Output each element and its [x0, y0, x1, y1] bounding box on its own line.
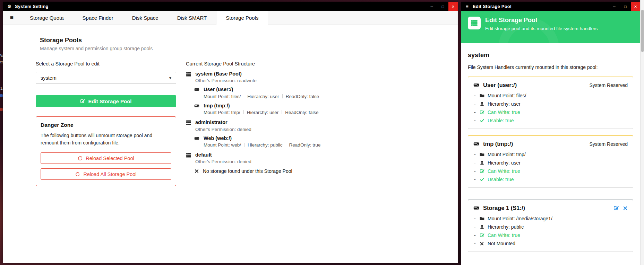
handler-name: tmp (tmp:/)	[483, 141, 513, 147]
handler-row-mount: Mount Point: tmp/	[473, 152, 628, 157]
storage-detail: Mount Point: tmp/Hierarchy: userReadOnly…	[204, 110, 318, 115]
server-icon	[186, 152, 192, 164]
hdd-icon	[473, 82, 480, 88]
row-text: Usable: true	[488, 177, 514, 182]
row-text: Can Write: true	[488, 232, 520, 238]
banner-title: Edit Storage Pool	[485, 17, 598, 24]
system-reserved-badge: System Reserved	[590, 141, 628, 147]
pool-item-system: system (Base Pool) Other's Permission: r…	[186, 71, 447, 115]
handler-row-hierarchy: Hierarchy: user	[473, 101, 628, 107]
row-text: Hierarchy: public	[488, 224, 524, 230]
edit-icon	[480, 169, 488, 174]
pool-item-administrator: administrator Other's Permission: denied…	[186, 120, 447, 148]
storage-mount: Mount Point: files/	[204, 94, 241, 99]
system-reserved-badge: System Reserved	[590, 82, 628, 88]
page-subtitle: Manage system and permission group stora…	[40, 46, 447, 51]
handler-row-hierarchy: Hierarchy: public	[473, 224, 628, 230]
reload-selected-pool-button[interactable]: Reload Selected Pool	[41, 152, 171, 164]
storage-item-user: User (user:/) Mount Point: files/Hierarc…	[194, 87, 447, 99]
storage-hierarchy: Hierarchy: user	[247, 110, 279, 115]
edit-pool-banner: Edit Storage Pool Edit storage pool and …	[461, 11, 640, 43]
hamburger-icon: ≡	[464, 4, 470, 9]
maximize-button[interactable]: □	[620, 2, 631, 11]
scrollbar-thumb[interactable]	[641, 10, 644, 52]
tab-label: Storage Pools	[226, 15, 258, 21]
hdd-icon	[194, 135, 200, 148]
minimize-button[interactable]: –	[609, 2, 620, 11]
pool-select[interactable]: system ▾	[36, 72, 176, 84]
check-icon	[480, 118, 488, 123]
minimize-button[interactable]: –	[426, 2, 437, 11]
storage-detail: Mount Point: files/Hierarchy: userReadOn…	[204, 94, 319, 99]
caret-down-icon: ▾	[169, 76, 171, 80]
handler-card-storage1: Storage 1 (S1:/) Mount Point: /media/sto…	[468, 200, 633, 252]
tab-storage-pools[interactable]: Storage Pools	[216, 11, 268, 25]
pool-name: administrator	[195, 120, 251, 125]
tab-disk-smart[interactable]: Disk SMART	[168, 11, 216, 25]
edit-icon	[480, 110, 488, 115]
storage-item-tmp: tmp (tmp:/) Mount Point: tmp/Hierarchy: …	[194, 103, 447, 115]
close-button[interactable]: ×	[631, 2, 640, 11]
reload-selected-label: Reload Selected Pool	[86, 156, 134, 161]
divider	[286, 143, 286, 147]
handler-name: User (user:/)	[483, 82, 517, 88]
tab-storage-quota[interactable]: Storage Quota	[20, 11, 73, 25]
minimize-icon: –	[613, 4, 615, 9]
maximize-button[interactable]: □	[437, 2, 448, 11]
pool-permission: Other's Permission: denied	[195, 159, 251, 164]
x-mark-icon	[194, 169, 199, 174]
handler-name: Storage 1 (S1:/)	[483, 205, 525, 211]
handler-card-tmp: tmp (tmp:/) System Reserved Mount Point:…	[468, 135, 633, 188]
remove-handler-button[interactable]	[623, 206, 628, 211]
folder-icon	[480, 93, 488, 98]
tab-space-finder[interactable]: Space Finder	[73, 11, 123, 25]
storage-item-web: Web (web:/) Mount Point: web/Hierarchy: …	[194, 135, 447, 148]
refresh-icon	[78, 156, 83, 161]
storage-name: Web (web:/)	[204, 135, 320, 141]
row-text: Hierarchy: user	[488, 160, 521, 166]
scrollbar-track[interactable]	[640, 0, 644, 265]
danger-zone-title: Danger Zone	[41, 122, 171, 128]
row-text: Can Write: true	[488, 109, 520, 115]
desktop-label-fragment: xt	[0, 60, 3, 64]
tab-disk-space[interactable]: Disk Space	[123, 11, 168, 25]
person-icon	[480, 224, 488, 229]
hdd-icon	[473, 141, 480, 147]
handlers-description: File System Handlers currently mounted i…	[468, 64, 633, 70]
storage-readonly: ReadOnly: true	[289, 142, 321, 148]
reload-all-pool-button[interactable]: Reload All Storage Pool	[41, 168, 171, 180]
handler-row-usable: Usable: true	[473, 177, 628, 182]
storage-hierarchy: Hierarchy: public	[248, 142, 283, 148]
empty-pool-message: No storage found under this Storage Pool	[194, 168, 447, 174]
edit-storage-pool-button[interactable]: Edit Storage Pool	[36, 95, 176, 107]
maximize-icon: □	[442, 5, 444, 9]
handler-row-can-write: Can Write: true	[473, 109, 628, 115]
edit-window-titlebar[interactable]: ≡ Edit Storage Pool – □ ×	[461, 2, 640, 11]
person-icon	[480, 160, 488, 165]
pool-name: default	[195, 152, 251, 158]
gear-icon: ⚙	[7, 4, 12, 9]
storage-readonly: ReadOnly: false	[285, 110, 318, 115]
row-text: Mount Point: /media/storage1/	[488, 216, 552, 221]
system-window-title: System Setting	[15, 4, 49, 9]
divider	[244, 143, 244, 147]
tab-label: Disk Space	[132, 15, 158, 21]
hdd-icon	[194, 87, 200, 99]
system-window-titlebar[interactable]: ⚙ System Setting – □ ×	[3, 2, 458, 11]
empty-pool-text: No storage found under this Storage Pool	[203, 168, 292, 174]
handler-card-user: User (user:/) System Reserved Mount Poin…	[468, 77, 633, 129]
pool-name: system (Base Pool)	[195, 71, 257, 77]
close-button[interactable]: ×	[448, 2, 458, 11]
tab-label: Disk SMART	[177, 15, 207, 21]
handler-row-mount: Mount Point: /media/storage1/	[473, 216, 628, 221]
menu-button[interactable]: ≡	[3, 11, 20, 25]
divider	[243, 110, 244, 114]
storage-mount: Mount Point: web/	[204, 142, 241, 148]
folder-icon	[480, 216, 488, 221]
structure-label: Current Storage Pool Structure	[186, 61, 447, 67]
pool-selector-label: Select a Storage Pool to edit	[36, 61, 176, 67]
edit-storage-pool-window: ≡ Edit Storage Pool – □ × Edit Storage P…	[461, 2, 640, 265]
edit-handler-button[interactable]	[613, 205, 619, 211]
reload-all-label: Reload All Storage Pool	[83, 171, 136, 177]
folder-icon	[480, 152, 488, 157]
